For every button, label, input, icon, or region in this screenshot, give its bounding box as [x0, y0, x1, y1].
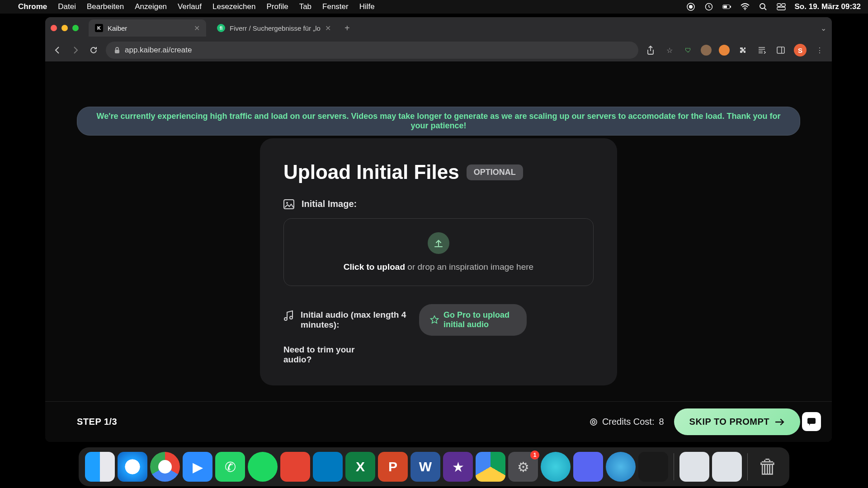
- menu-hilfe[interactable]: Hilfe: [359, 2, 375, 11]
- svg-point-17: [592, 421, 595, 423]
- tab-favicon: fi: [217, 24, 225, 32]
- window-controls: [51, 25, 79, 31]
- tab-close-icon[interactable]: ✕: [194, 24, 200, 33]
- menu-verlauf[interactable]: Verlauf: [178, 2, 202, 11]
- arrow-right-icon: [775, 418, 785, 426]
- reload-button[interactable]: [88, 44, 99, 56]
- go-pro-label: Go Pro to upload initial audio: [443, 310, 516, 329]
- dock-quicktime[interactable]: [606, 452, 636, 482]
- dock-drive[interactable]: [476, 452, 505, 482]
- dock-trello[interactable]: [313, 452, 343, 482]
- dock-separator: [747, 453, 748, 480]
- svg-point-16: [590, 419, 597, 425]
- initial-image-label-row: Initial Image:: [283, 199, 594, 209]
- dock-recent-2[interactable]: [712, 452, 742, 482]
- wifi-icon[interactable]: [741, 2, 750, 11]
- dock-chrome[interactable]: [150, 452, 180, 482]
- menubar-app-name[interactable]: Chrome: [18, 2, 47, 11]
- chrome-menu-icon[interactable]: ⋮: [814, 44, 826, 56]
- extensions-puzzle-icon[interactable]: [737, 44, 749, 56]
- tab-kaiber[interactable]: K Kaiber ✕: [89, 19, 206, 37]
- url-text: app.kaiber.ai/create: [125, 46, 192, 55]
- dock-imovie[interactable]: ★: [443, 452, 473, 482]
- menu-fenster[interactable]: Fenster: [322, 2, 349, 11]
- tab-favicon: K: [95, 24, 103, 32]
- dock-recent-1[interactable]: [679, 452, 709, 482]
- svg-rect-18: [807, 418, 816, 424]
- initial-audio-label: Initial audio (max length 4 minutes):: [301, 310, 410, 330]
- tab-title: Fiverr / Suchergebnisse für „lo: [230, 24, 321, 32]
- menu-tab[interactable]: Tab: [299, 2, 311, 11]
- search-icon[interactable]: [759, 2, 768, 11]
- image-upload-dropzone[interactable]: Click to upload or drop an inspiration i…: [283, 218, 594, 286]
- dock-audio-app[interactable]: [638, 452, 668, 482]
- dock-spotify[interactable]: [248, 452, 278, 482]
- dock-finder[interactable]: [85, 452, 115, 482]
- upload-text: Click to upload or drop an inspiration i…: [344, 262, 533, 272]
- menu-profile[interactable]: Profile: [266, 2, 288, 11]
- chrome-toolbar: app.kaiber.ai/create ☆ 🛡 S ⋮: [45, 39, 832, 61]
- svg-rect-5: [723, 5, 727, 8]
- dock-safari[interactable]: [118, 452, 147, 482]
- dock-excel[interactable]: X: [345, 452, 375, 482]
- extension-shield-icon[interactable]: 🛡: [683, 45, 693, 56]
- music-icon: [283, 310, 293, 330]
- upload-icon: [428, 232, 449, 254]
- svg-rect-12: [777, 47, 784, 53]
- dock-trash[interactable]: 🗑: [753, 452, 783, 482]
- wizard-footer: STEP 1/3 Credits Cost: 8 SKIP TO PROMPT: [45, 401, 832, 442]
- battery-icon[interactable]: [722, 2, 731, 11]
- initial-image-label: Initial Image:: [302, 199, 357, 209]
- menu-lesezeichen[interactable]: Lesezeichen: [212, 2, 255, 11]
- back-button[interactable]: [52, 44, 63, 56]
- macos-dock: ▶ ✆ X P W ★ ⚙1 🗑: [79, 447, 789, 486]
- extension-icon-2[interactable]: [719, 45, 730, 56]
- macos-menubar: Chrome Datei Bearbeiten Anzeigen Verlauf…: [0, 0, 868, 14]
- skip-to-prompt-button[interactable]: SKIP TO PROMPT: [674, 408, 800, 435]
- window-maximize[interactable]: [72, 25, 79, 31]
- dock-todoist[interactable]: [280, 452, 310, 482]
- bookmark-star-icon[interactable]: ☆: [664, 44, 675, 56]
- window-close[interactable]: [51, 25, 57, 31]
- svg-point-1: [689, 5, 693, 9]
- dock-discord[interactable]: [573, 452, 603, 482]
- chrome-window: K Kaiber ✕ fi Fiverr / Suchergebnisse fü…: [45, 17, 832, 442]
- card-title: Upload Initial Files: [283, 161, 459, 183]
- address-bar[interactable]: app.kaiber.ai/create: [106, 42, 638, 59]
- dock-powerpoint[interactable]: P: [378, 452, 408, 482]
- settings-badge: 1: [530, 450, 539, 460]
- menubar-datetime[interactable]: So. 19. März 09:32: [795, 2, 861, 11]
- forward-button[interactable]: [70, 44, 81, 56]
- dock-zoom[interactable]: ▶: [183, 452, 212, 482]
- reading-list-icon[interactable]: [756, 44, 768, 56]
- alert-text: We're currently experiencing high traffi…: [96, 112, 780, 130]
- dock-separator: [674, 453, 674, 480]
- profile-avatar[interactable]: S: [794, 44, 807, 56]
- side-panel-icon[interactable]: [775, 44, 787, 56]
- clock-icon[interactable]: [704, 2, 713, 11]
- control-center-icon[interactable]: [777, 2, 786, 11]
- dock-siri[interactable]: [541, 452, 571, 482]
- tab-close-icon[interactable]: ✕: [325, 24, 331, 33]
- tab-fiverr[interactable]: fi Fiverr / Suchergebnisse für „lo ✕: [211, 19, 337, 37]
- chat-widget-button[interactable]: [802, 412, 821, 431]
- svg-point-6: [744, 9, 745, 10]
- menu-anzeigen[interactable]: Anzeigen: [135, 2, 167, 11]
- star-icon: [430, 315, 439, 324]
- new-tab-button[interactable]: +: [342, 23, 353, 33]
- step-indicator: STEP 1/3: [77, 417, 117, 427]
- go-pro-button[interactable]: Go Pro to upload initial audio: [419, 304, 527, 336]
- skip-label: SKIP TO PROMPT: [689, 417, 769, 427]
- menu-bearbeiten[interactable]: Bearbeiten: [87, 2, 124, 11]
- trim-audio-link[interactable]: Need to trim your audio?: [283, 345, 356, 365]
- dock-word[interactable]: W: [410, 452, 440, 482]
- extension-icon-1[interactable]: [701, 45, 712, 56]
- dock-settings[interactable]: ⚙1: [508, 452, 538, 482]
- tabs-dropdown-icon[interactable]: ⌄: [821, 24, 826, 33]
- menu-datei[interactable]: Datei: [58, 2, 76, 11]
- window-minimize[interactable]: [61, 25, 68, 31]
- share-icon[interactable]: [645, 44, 656, 56]
- record-icon[interactable]: [686, 2, 695, 11]
- dock-whatsapp[interactable]: ✆: [215, 452, 245, 482]
- svg-rect-10: [777, 7, 785, 10]
